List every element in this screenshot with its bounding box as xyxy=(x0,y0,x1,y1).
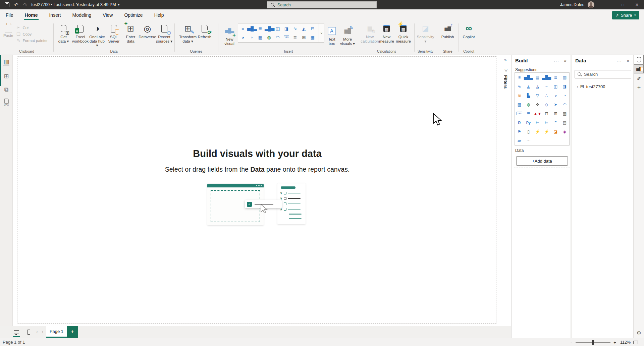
sql-server-button[interactable]: SQLServer xyxy=(106,21,122,48)
new-calculation-button[interactable]: Newcalculation xyxy=(362,21,378,43)
menu-tab[interactable]: Help xyxy=(149,9,170,21)
maximize-button[interactable]: □ xyxy=(616,0,630,9)
suggestion-decomposition-tree[interactable]: ⊢ xyxy=(533,118,542,127)
visual-combo-chart[interactable]: ◫ xyxy=(273,24,282,33)
suggestion-100-stacked-column-chart[interactable]: ▥ xyxy=(560,73,569,82)
suggestion-ribbon-chart[interactable]: ≋ xyxy=(515,91,524,100)
suggestion-stacked-bar-chart[interactable]: ≡ xyxy=(515,73,524,82)
filters-pane-collapsed[interactable]: « ▽ Filters xyxy=(502,55,511,326)
data-search-box[interactable] xyxy=(575,70,631,78)
expand-filters-icon[interactable]: « xyxy=(504,57,506,62)
visual-stacked-bar-chart[interactable]: ≡ xyxy=(238,24,247,33)
visual-bar-chart[interactable]: ≣ xyxy=(256,24,265,33)
suggestion-kpi[interactable]: ▲▼ xyxy=(533,109,542,118)
desktop-layout-button[interactable] xyxy=(13,329,20,335)
new-page-button[interactable]: + xyxy=(67,326,78,338)
menu-tab[interactable]: Optimize xyxy=(118,9,148,21)
zoom-out-button[interactable]: - xyxy=(570,340,573,345)
report-canvas[interactable]: Build visuals with your data Select or d… xyxy=(13,55,502,326)
menu-tab[interactable]: View xyxy=(97,9,118,21)
excel-workbook-button[interactable]: Excelworkbook xyxy=(72,21,89,48)
suggestion-combo-stacked-chart[interactable]: ◨ xyxy=(560,82,569,91)
suggestion-power-apps[interactable]: ⚡ xyxy=(533,127,542,136)
suggestion-card[interactable]: 123 xyxy=(515,109,524,118)
dax-query-view-button[interactable]: DAX xyxy=(2,99,10,107)
suggestion-line-chart[interactable]: ∿ xyxy=(515,82,524,91)
format-pane-toggle[interactable]: ✐ xyxy=(634,76,644,82)
get-data-button[interactable]: Getdata ▾ xyxy=(55,21,72,48)
suggestion-gauge[interactable]: ◠ xyxy=(560,100,569,109)
table-view-button[interactable]: ⊞ xyxy=(2,72,10,80)
title-dropdown-caret[interactable]: ▾ xyxy=(118,3,120,6)
visual-area-chart[interactable]: ◭ xyxy=(300,24,308,33)
recent-sources-button[interactable]: Recentsources ▾ xyxy=(156,21,173,48)
global-search-box[interactable] xyxy=(267,1,377,8)
suggestion-key-influencers[interactable]: ⊨ xyxy=(542,118,551,127)
suggestion-bar-chart[interactable]: ≣ xyxy=(551,73,560,82)
suggestion-clustered-column-chart[interactable]: ▅█▃ xyxy=(524,73,533,82)
suggestion-map[interactable]: ◍ xyxy=(524,100,533,109)
suggestion-combo-chart[interactable]: ◫ xyxy=(551,82,560,91)
global-search-input[interactable] xyxy=(277,3,365,7)
visual-table[interactable]: ⊞ xyxy=(300,33,308,42)
document-title[interactable]: test27700 • Last saved: Yesterday at 3:4… xyxy=(31,2,116,7)
build-more-options-icon[interactable]: ··· xyxy=(554,58,559,63)
page-tab[interactable]: Page 1 xyxy=(46,326,67,338)
fit-to-page-icon[interactable] xyxy=(633,341,638,344)
suggestion-treemap[interactable]: ▦ xyxy=(515,100,524,109)
share-button[interactable]: ↗ Share ∨ xyxy=(612,11,639,19)
visual-matrix[interactable]: ▦ xyxy=(308,33,317,42)
new-visual-button[interactable]: Newvisual xyxy=(221,23,238,46)
suggestion-pie-chart[interactable]: ◕ xyxy=(551,91,560,100)
text-box-button[interactable]: Textbox xyxy=(324,23,339,46)
suggestion-metrics[interactable]: ⚑ xyxy=(515,127,524,136)
menu-tab[interactable]: Modeling xyxy=(66,9,97,21)
visual-card[interactable]: 123 xyxy=(282,33,291,42)
copilot-button[interactable]: Copilot xyxy=(461,21,477,39)
visual-donut-chart[interactable]: ◔ xyxy=(247,33,256,42)
suggestion-azure-map[interactable]: ➤ xyxy=(551,100,560,109)
suggestion-smart-narrative[interactable]: ▤ xyxy=(560,118,569,127)
visual-map[interactable]: ◍ xyxy=(265,33,273,42)
visual-pie-chart[interactable]: ◕ xyxy=(238,33,247,42)
suggestion-slicer[interactable]: ⊟ xyxy=(542,109,551,118)
visual-line-chart[interactable]: ∿ xyxy=(291,24,300,33)
visual-treemap[interactable]: ▦ xyxy=(256,33,265,42)
suggestion-funnel-chart[interactable]: ▽ xyxy=(533,91,542,100)
suggestion-area-chart[interactable]: ◭ xyxy=(524,82,533,91)
visual-report-filter[interactable]: ⊟ xyxy=(308,24,317,33)
suggestion-stacked-area-chart[interactable]: ◮ xyxy=(533,82,542,91)
build-collapse-icon[interactable]: » xyxy=(564,58,567,63)
suggestion-python-visual[interactable]: Py xyxy=(524,118,533,127)
mobile-layout-button[interactable] xyxy=(25,329,32,335)
expand-chevron-icon[interactable]: › xyxy=(577,84,578,89)
suggestion-matrix[interactable]: ▦ xyxy=(560,109,569,118)
more-visuals-button[interactable]: Morevisuals ▾ xyxy=(339,23,356,46)
settings-gear-icon[interactable]: ⚙ xyxy=(634,330,644,336)
menu-tab[interactable]: File xyxy=(0,9,19,21)
suggestion-waterfall-chart[interactable]: ▙ xyxy=(524,91,533,100)
add-data-button[interactable]: +Add data xyxy=(516,156,568,166)
dataverse-button[interactable]: Dataverse xyxy=(139,21,156,48)
suggestion-stacked-column-chart[interactable]: ▃█▅ xyxy=(542,73,551,82)
suggestion-multi-row-card[interactable]: ≣ xyxy=(524,109,533,118)
close-button[interactable]: ✕ xyxy=(630,0,644,9)
suggestion-paginated-report[interactable]: ▯ xyxy=(524,127,533,136)
suggestion-filled-map[interactable]: ❖ xyxy=(533,100,542,109)
zoom-slider-thumb[interactable] xyxy=(592,340,594,345)
suggestion-scatter-chart[interactable]: ∴ xyxy=(542,91,551,100)
zoom-in-button[interactable]: + xyxy=(613,340,616,345)
visual-gauge[interactable]: ◠ xyxy=(273,33,282,42)
zoom-slider[interactable] xyxy=(576,342,610,343)
visual-clustered-column-chart[interactable]: ▅█▃ xyxy=(247,24,256,33)
enter-data-button[interactable]: Enterdata xyxy=(122,21,139,48)
gallery-expander[interactable]: ∨ xyxy=(319,23,324,43)
quick-measure-button[interactable]: Quickmeasure xyxy=(395,21,412,43)
refresh-button[interactable]: Refresh xyxy=(196,21,213,43)
undo-icon[interactable]: ↶ xyxy=(14,2,18,7)
user-name[interactable]: James Dales xyxy=(560,2,584,7)
visual-column-chart[interactable]: ▃█▅ xyxy=(265,24,273,33)
suggestion-r-script-visual[interactable]: R xyxy=(515,118,524,127)
onelake-data-hub-button[interactable]: OneLakedata hub ▾ xyxy=(89,21,106,48)
data-table-row[interactable]: › ⊞ test27700 xyxy=(572,82,634,91)
